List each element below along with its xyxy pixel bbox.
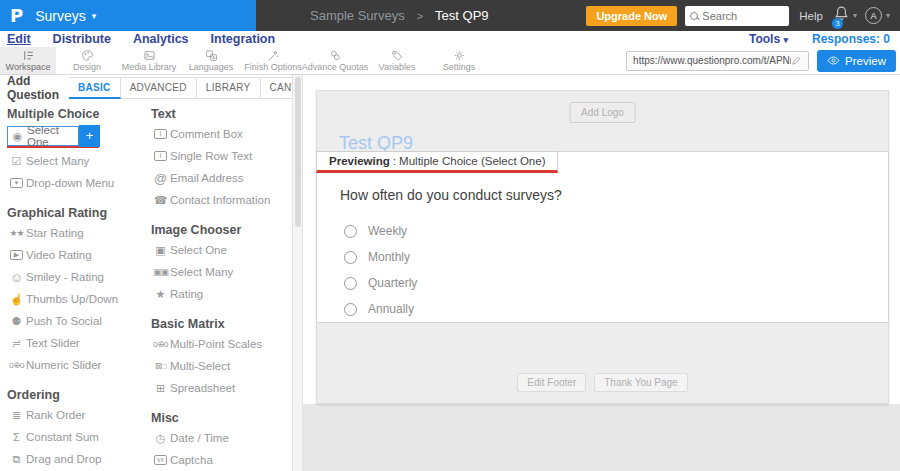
image-select-many-icon: ▣▣ [151,267,170,277]
breadcrumb-separator-icon: > [417,10,423,22]
eye-icon [827,54,840,67]
toolbar-workspace[interactable]: Workspace [0,47,56,74]
radio-icon[interactable] [344,225,357,238]
question-type-label: Date / Time [170,432,229,444]
preview-button[interactable]: Preview [817,50,896,72]
question-type-email-address[interactable]: @ Email Address [151,167,292,189]
upgrade-now-button[interactable]: Upgrade Now [586,6,677,26]
add-logo-button[interactable]: Add Logo [569,102,636,123]
question-type-video-rating[interactable]: ▶ Video Rating [7,244,147,266]
comment-box-icon: I [154,129,167,139]
survey-url-input[interactable] [633,55,791,66]
pencil-icon[interactable] [791,55,802,66]
nav-tab-integration[interactable]: Integration [211,32,276,46]
numeric-slider-icon: o⊕o [7,360,26,370]
question-type-column-1: Multiple Choice ◉ Select One + ☑ Select … [4,100,147,471]
chevron-down-icon[interactable]: ▾ [853,11,857,20]
nav-tab-edit[interactable]: Edit [7,32,31,46]
tab-advanced[interactable]: ADVANCED [121,77,197,99]
question-type-select-many[interactable]: ☑ Select Many [7,150,147,172]
question-type-label: Contact Information [170,194,270,206]
question-type-label: Select One [27,124,78,148]
question-type-image-select-many[interactable]: ▣▣ Select Many [151,261,292,283]
nav-tab-analytics[interactable]: Analytics [133,32,189,46]
add-select-one-button[interactable]: + [79,125,100,147]
notifications-button[interactable]: 3 [833,5,850,26]
help-link[interactable]: Help [799,10,823,22]
toolbar-design[interactable]: Design [56,47,118,74]
toolbar-languages[interactable]: A Languages [180,47,242,74]
tab-basic[interactable]: BASIC [69,77,121,99]
thank-you-page-button[interactable]: Thank You Page [594,373,687,392]
section-heading: Graphical Rating [7,206,147,220]
answer-option-weekly[interactable]: Weekly [344,218,888,244]
builder-scrollbar[interactable] [292,75,303,471]
toolbar-variables[interactable]: Variables [366,47,428,74]
workspace-icon [22,49,35,62]
question-type-single-row-text[interactable]: I Single Row Text [151,145,292,167]
toolbar-label: Variables [379,62,416,72]
answer-options: Weekly Monthly Quarterly Annually [344,218,888,322]
radio-icon[interactable] [344,277,357,290]
drag-drop-icon: ⧉ [7,453,26,466]
toolbar-right: Preview [626,47,900,74]
question-type-dropdown-menu[interactable]: ▾ Drop-down Menu [7,172,147,194]
question-type-spreadsheet[interactable]: ⊞ Spreadsheet [151,377,292,399]
chevron-down-icon[interactable]: ▾ [886,11,890,20]
question-type-date-time[interactable]: ◷ Date / Time [151,427,292,449]
preview-label: Preview [845,55,886,67]
product-menu-label: Surveys [35,8,86,24]
question-type-image-rating[interactable]: ★ Rating [151,283,292,305]
question-type-image-select-one[interactable]: ▣ Select One [151,239,292,261]
question-type-label: Select One [170,244,227,256]
question-type-label: Rating [170,288,203,300]
question-type-star-rating[interactable]: ★★ Star Rating [7,222,147,244]
question-type-comment-box[interactable]: I Comment Box [151,123,292,145]
toolbar-finish-options[interactable]: Finish Options [242,47,304,74]
tab-library[interactable]: LIBRARY [197,77,261,99]
question-type-multi-select[interactable]: ⊠□ Multi-Select [151,355,292,377]
question-type-text-slider[interactable]: ≓ Text Slider [7,332,147,354]
question-type-smiley-rating[interactable]: ☺ Smiley - Rating [7,266,147,288]
answer-option-monthly[interactable]: Monthly [344,244,888,270]
topbar-right: Upgrade Now Help 3 ▾ A ▾ [586,5,900,26]
question-type-constant-sum[interactable]: Σ Constant Sum [7,426,147,448]
question-type-rank-order[interactable]: ≣ Rank Order [7,404,147,426]
search-box[interactable] [685,6,789,26]
question-type-label: Rank Order [26,409,85,421]
gear-icon [453,49,466,62]
tag-icon [391,49,404,62]
question-type-contact-information[interactable]: ☎ Contact Information [151,189,292,211]
question-type-thumbs-up-down[interactable]: ☝ Thumbs Up/Down [7,288,147,310]
contact-icon: ☎ [151,194,170,207]
question-type-select-one[interactable]: ◉ Select One [7,126,79,146]
toolbar-media-library[interactable]: Media Library [118,47,180,74]
breadcrumb-parent[interactable]: Sample Surveys [310,8,405,23]
edit-footer-button[interactable]: Edit Footer [517,373,586,392]
answer-option-annually[interactable]: Annually [344,296,888,322]
question-type-multi-point-scales[interactable]: o⊕o Multi-Point Scales [151,333,292,355]
question-type-numeric-slider[interactable]: o⊕o Numeric Slider [7,354,147,376]
share-icon: ⚉ [7,315,26,328]
chevron-down-icon: ▾ [783,35,788,45]
toolbar-settings[interactable]: Settings [428,47,490,74]
question-type-push-to-social[interactable]: ⚉ Push To Social [7,310,147,332]
question-type-captcha[interactable]: vx Captcha [151,449,292,471]
search-input[interactable] [702,10,782,22]
scrollbar-thumb[interactable] [295,77,301,227]
survey-url-field[interactable] [626,51,809,71]
radio-icon[interactable] [344,251,357,264]
question-type-drag-and-drop[interactable]: ⧉ Drag and Drop [7,448,147,470]
question-type-label: Star Rating [26,227,84,239]
responses-count[interactable]: Responses: 0 [812,32,890,46]
avatar[interactable]: A [865,7,882,24]
toolbar-advance-quotas[interactable]: Advance Quotas [304,47,366,74]
toolbar-label: Workspace [6,62,51,72]
answer-option-quarterly[interactable]: Quarterly [344,270,888,296]
tools-menu[interactable]: Tools ▾ [749,32,788,46]
previewing-tab: Previewing : Multiple Choice (Select One… [316,151,558,173]
radio-icon[interactable] [344,303,357,316]
question-type-label: Drag and Drop [26,453,101,465]
nav-tab-distribute[interactable]: Distribute [53,32,111,46]
product-switcher[interactable]: P Surveys ▾ [0,0,256,31]
